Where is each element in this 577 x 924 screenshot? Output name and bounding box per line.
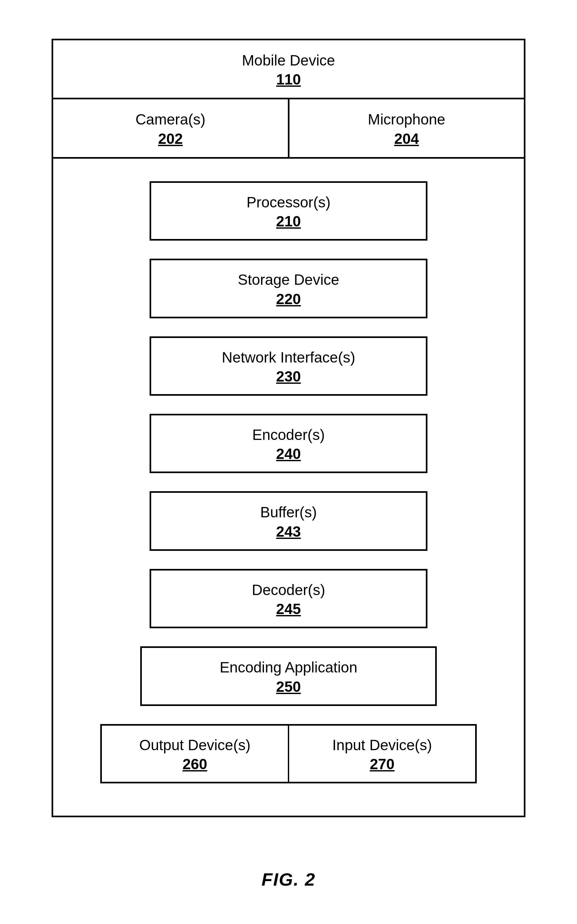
storage-label: Storage Device: [155, 269, 422, 290]
camera-ref: 202: [56, 130, 285, 147]
encoder-block: Encoder(s) 240: [150, 414, 427, 473]
figure-caption: FIG. 2: [52, 869, 525, 890]
network-ref: 230: [155, 368, 422, 385]
encoder-ref: 240: [155, 445, 422, 462]
mobile-device-box: Mobile Device 110 Camera(s) 202 Micropho…: [52, 39, 525, 817]
io-row: Output Device(s) 260 Input Device(s) 270: [100, 724, 477, 783]
output-label: Output Device(s): [105, 735, 285, 755]
top-row: Camera(s) 202 Microphone 204: [53, 99, 524, 158]
encoder-label: Encoder(s): [155, 425, 422, 445]
encoding-app-label: Encoding Application: [145, 657, 432, 678]
decoder-label: Decoder(s): [155, 580, 422, 600]
microphone-ref: 204: [293, 130, 521, 147]
output-ref: 260: [105, 755, 285, 773]
buffer-label: Buffer(s): [155, 502, 422, 522]
storage-block: Storage Device 220: [150, 258, 427, 318]
device-title: Mobile Device: [56, 50, 521, 71]
camera-label: Camera(s): [56, 109, 285, 130]
network-block: Network Interface(s) 230: [150, 336, 427, 396]
page: Mobile Device 110 Camera(s) 202 Micropho…: [0, 0, 577, 924]
processor-block: Processor(s) 210: [150, 181, 427, 241]
output-block: Output Device(s) 260: [100, 724, 288, 783]
microphone-block: Microphone 204: [290, 99, 524, 157]
device-ref: 110: [56, 71, 521, 88]
camera-block: Camera(s) 202: [53, 99, 290, 157]
processor-label: Processor(s): [155, 192, 422, 213]
input-ref: 270: [292, 755, 472, 773]
decoder-ref: 245: [155, 600, 422, 618]
buffer-block: Buffer(s) 243: [150, 491, 427, 551]
device-body: Processor(s) 210 Storage Device 220 Netw…: [53, 159, 524, 816]
encoding-app-ref: 250: [145, 678, 432, 695]
network-label: Network Interface(s): [155, 347, 422, 368]
decoder-block: Decoder(s) 245: [150, 569, 427, 628]
buffer-ref: 243: [155, 523, 422, 540]
processor-ref: 210: [155, 213, 422, 230]
input-label: Input Device(s): [292, 735, 472, 755]
encoding-app-block: Encoding Application 250: [140, 646, 437, 706]
device-header: Mobile Device 110: [53, 40, 524, 99]
input-block: Input Device(s) 270: [288, 724, 477, 783]
microphone-label: Microphone: [293, 109, 521, 130]
storage-ref: 220: [155, 290, 422, 308]
